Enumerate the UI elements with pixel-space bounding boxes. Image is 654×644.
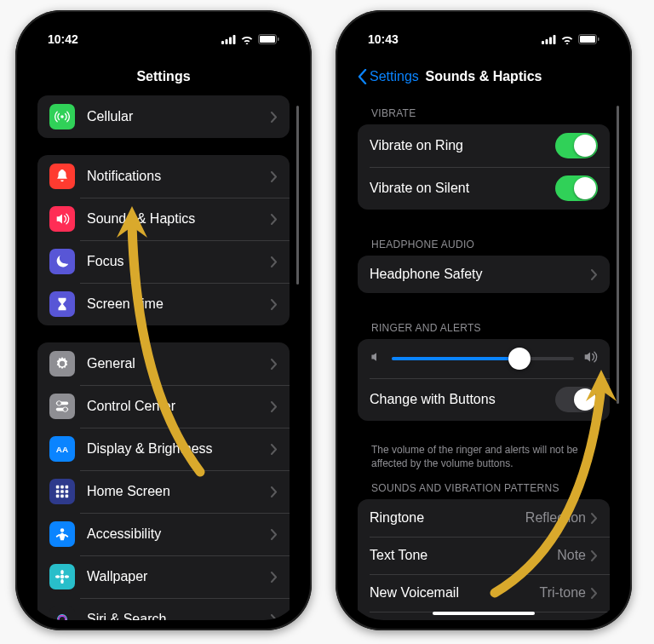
svg-rect-45 [598, 37, 600, 41]
chevron-right-icon [271, 256, 278, 267]
chevron-right-icon [591, 269, 598, 280]
svg-rect-18 [60, 490, 64, 493]
svg-rect-14 [56, 486, 60, 489]
section-header: VIBRATE [346, 95, 622, 124]
svg-rect-0 [221, 41, 224, 44]
row-notifications[interactable]: Notifications [37, 155, 290, 198]
svg-point-28 [65, 575, 69, 578]
toggle[interactable] [555, 133, 598, 158]
section-header: HEADPHONE AUDIO [346, 227, 622, 256]
row-label: General [87, 356, 271, 371]
chevron-right-icon [591, 550, 598, 561]
row-home-screen[interactable]: Home Screen [37, 470, 290, 513]
phone-right: 10:43 Settings Sounds & Haptics VIBRATEV… [336, 10, 632, 630]
svg-point-24 [60, 575, 65, 579]
toggle[interactable] [555, 387, 598, 412]
svg-rect-40 [546, 39, 548, 44]
row-label: Control Center [87, 399, 271, 414]
row-label: Wallpaper [87, 569, 271, 584]
row-label: Text Tone [370, 548, 557, 563]
row-label: Siri & Search [87, 612, 271, 620]
row-wallpaper[interactable]: Wallpaper [37, 555, 290, 598]
svg-rect-44 [580, 36, 595, 43]
row-ringtone[interactable]: RingtoneReflection [358, 499, 610, 537]
chevron-right-icon [271, 214, 278, 225]
svg-rect-2 [229, 37, 232, 44]
svg-rect-42 [554, 35, 556, 44]
toggle[interactable] [555, 175, 598, 201]
grid-icon [49, 479, 75, 504]
chevron-right-icon [591, 513, 598, 524]
svg-point-27 [55, 575, 60, 578]
switches-icon [49, 394, 75, 419]
row-label: Change with Buttons [370, 392, 555, 407]
chevron-right-icon [271, 486, 278, 497]
svg-point-11 [57, 401, 61, 405]
row-label: Focus [87, 254, 271, 269]
bell-icon [49, 164, 75, 189]
svg-rect-5 [260, 36, 275, 43]
back-label: Settings [370, 69, 419, 84]
row-label: Sounds & Haptics [87, 211, 271, 227]
svg-rect-3 [233, 35, 236, 44]
page-title: Settings [136, 69, 190, 84]
row-label: Home Screen [87, 484, 271, 499]
speaker-low-icon [370, 350, 383, 367]
row-label: Accessibility [87, 526, 271, 542]
gear-icon [49, 351, 75, 377]
svg-point-26 [60, 579, 64, 584]
chevron-right-icon [271, 614, 278, 621]
row-label: Vibrate on Silent [370, 181, 555, 196]
section-header: RINGER AND ALERTS [346, 310, 622, 339]
svg-rect-41 [549, 37, 552, 44]
volume-slider[interactable] [392, 357, 574, 360]
home-indicator[interactable] [433, 612, 535, 615]
row-screen-time[interactable]: Screen Time [37, 283, 290, 325]
back-button[interactable]: Settings [358, 69, 419, 84]
row-label: Screen Time [87, 296, 271, 312]
row-cellular[interactable]: Cellular [37, 95, 290, 138]
row-siri-search[interactable]: Siri & Search [37, 598, 290, 620]
row-vibrate-on-ring: Vibrate on Ring [358, 124, 610, 167]
moon-icon [49, 249, 75, 274]
chevron-right-icon [271, 299, 278, 310]
row-sounds-haptics[interactable]: Sounds & Haptics [37, 198, 290, 240]
row-new-voicemail[interactable]: New VoicemailTri-tone [358, 574, 610, 612]
battery-icon [578, 34, 600, 44]
svg-rect-6 [278, 37, 279, 41]
speaker-icon [49, 206, 75, 232]
svg-point-25 [60, 570, 64, 574]
siri-icon [49, 607, 75, 620]
row-control-center[interactable]: Control Center [37, 385, 290, 428]
row-text-tone[interactable]: Text ToneNote [358, 537, 610, 574]
status-time: 10:42 [48, 32, 78, 46]
section-footer: The volume of the ringer and alerts will… [346, 438, 622, 470]
sounds-haptics-list[interactable]: VIBRATEVibrate on RingVibrate on SilentH… [346, 95, 622, 620]
row-value: Note [557, 548, 586, 563]
chevron-right-icon [271, 444, 278, 455]
scrollbar[interactable] [617, 106, 619, 404]
wifi-icon [240, 35, 254, 44]
row-general[interactable]: General [37, 342, 290, 385]
svg-point-12 [63, 407, 67, 411]
row-focus[interactable]: Focus [37, 240, 290, 283]
cellular-icon [49, 104, 75, 129]
notch [101, 20, 226, 46]
row-label: Display & Brightness [87, 441, 271, 457]
scrollbar[interactable] [296, 106, 299, 285]
row-display-brightness[interactable]: AADisplay & Brightness [37, 428, 290, 470]
svg-rect-39 [542, 41, 544, 44]
svg-rect-15 [60, 486, 64, 489]
svg-point-7 [60, 115, 64, 118]
AA-icon: AA [49, 436, 75, 462]
settings-list[interactable]: CellularNotificationsSounds & HapticsFoc… [26, 95, 301, 620]
row-accessibility[interactable]: Accessibility [37, 513, 290, 555]
chevron-right-icon [271, 171, 278, 182]
chevron-right-icon [271, 112, 278, 123]
phone-left: 10:42 Settings CellularNotificationsSoun… [15, 10, 312, 630]
row-headphone-safety[interactable]: Headphone Safety [358, 256, 610, 293]
page-title: Sounds & Haptics [426, 69, 542, 84]
flower-icon [49, 564, 75, 589]
row-label: Vibrate on Ring [370, 138, 555, 153]
nav-bar: Settings Sounds & Haptics [346, 58, 622, 95]
